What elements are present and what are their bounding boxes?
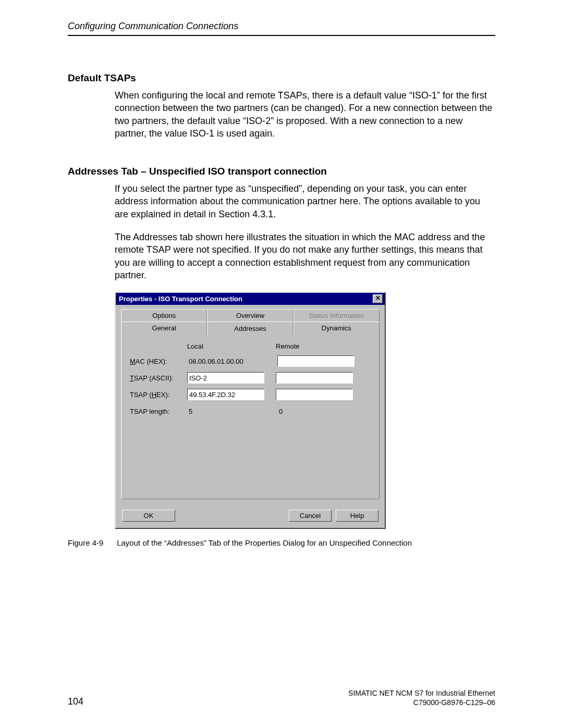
dialog-title: Properties - ISO Transport Connection bbox=[119, 295, 242, 303]
column-remote-header: Remote bbox=[276, 342, 364, 350]
label-tsap-hex: TSAP (HEX): bbox=[130, 391, 187, 399]
tab-addresses[interactable]: Addresses bbox=[207, 322, 293, 336]
mac-remote-input[interactable] bbox=[277, 355, 354, 367]
footer-doc-line2: C79000-G8976-C129–06 bbox=[348, 698, 495, 708]
tsap-ascii-local-input[interactable] bbox=[187, 372, 264, 384]
tsap-hex-local-input[interactable] bbox=[187, 389, 264, 400]
figure-caption: Figure 4-9 Layout of the “Addresses” Tab… bbox=[68, 538, 495, 547]
row-tsap-ascii: TSAP (ASCII): bbox=[130, 372, 371, 384]
tab-pane-addresses: Local Remote MAC (HEX): 08.00.06.01.00.0… bbox=[121, 335, 380, 499]
column-local-header: Local bbox=[187, 342, 276, 350]
figure-caption-text: Layout of the “Addresses” Tab of the Pro… bbox=[117, 538, 412, 547]
properties-dialog: Properties - ISO Transport Connection ✕ … bbox=[115, 292, 386, 529]
row-tsap-hex: TSAP (HEX): bbox=[130, 389, 371, 400]
help-button[interactable]: Help bbox=[336, 510, 378, 522]
cancel-button[interactable]: Cancel bbox=[289, 510, 332, 522]
label-tsap-ascii: TSAP (ASCII): bbox=[130, 374, 187, 382]
row-mac-hex: MAC (HEX): 08.00.06.01.00.00 bbox=[130, 355, 371, 367]
row-tsap-length: TSAP length: 5 0 bbox=[130, 405, 371, 417]
tab-dynamics[interactable]: Dynamics bbox=[293, 322, 380, 335]
para-addresses-2: The Addresses tab shown here illustrates… bbox=[115, 231, 495, 281]
tsap-ascii-remote-input[interactable] bbox=[276, 372, 353, 384]
tab-status-information[interactable]: Status Information bbox=[293, 309, 380, 322]
footer-doc-line1: SIMATIC NET NCM S7 for Industrial Ethern… bbox=[348, 689, 495, 698]
ok-button[interactable]: OK bbox=[122, 510, 175, 522]
tab-general[interactable]: General bbox=[121, 322, 207, 335]
heading-addresses-tab: Addresses Tab – Unspecified ISO transpor… bbox=[68, 166, 495, 177]
tsap-hex-remote-input[interactable] bbox=[276, 389, 353, 400]
tsap-length-remote-value: 0 bbox=[277, 408, 368, 415]
header-rule bbox=[68, 35, 495, 36]
label-mac-hex: MAC (HEX): bbox=[130, 357, 187, 365]
page-number: 104 bbox=[68, 696, 83, 707]
heading-default-tsaps: Default TSAPs bbox=[68, 72, 495, 84]
para-addresses-1: If you select the partner type as “unspe… bbox=[115, 182, 495, 220]
dialog-titlebar[interactable]: Properties - ISO Transport Connection ✕ bbox=[116, 293, 385, 305]
tab-overview[interactable]: Overview bbox=[207, 309, 293, 322]
mac-local-value: 08.00.06.01.00.00 bbox=[187, 357, 277, 365]
figure-label: Figure 4-9 bbox=[68, 538, 115, 547]
close-icon[interactable]: ✕ bbox=[373, 294, 383, 303]
tsap-length-local-value: 5 bbox=[187, 408, 277, 415]
label-tsap-length: TSAP length: bbox=[130, 408, 187, 415]
para-default-tsaps: When configuring the local and remote TS… bbox=[115, 89, 495, 140]
footer-doc-info: SIMATIC NET NCM S7 for Industrial Ethern… bbox=[348, 689, 495, 707]
running-header: Configuring Communication Connections bbox=[68, 21, 495, 32]
tab-options[interactable]: Options bbox=[121, 309, 207, 322]
